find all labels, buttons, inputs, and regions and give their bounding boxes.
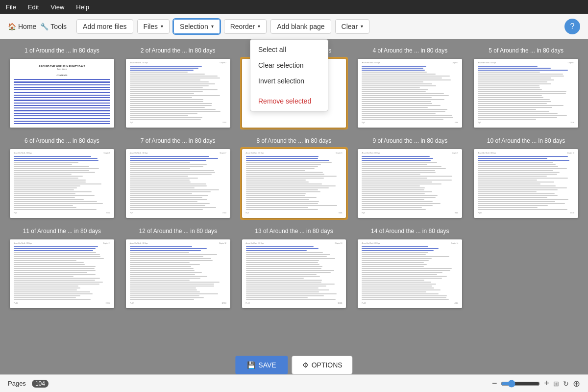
thumb-wrapper: Around the World - 80 DaysChapter 7Pg 77… xyxy=(124,147,232,220)
page-label: 11 of Around the ... in 80 days xyxy=(23,228,101,235)
page-label: 4 of Around the ... in 80 days xyxy=(372,47,447,54)
menu-file[interactable]: File xyxy=(4,2,18,12)
page-label: 7 of Around the ... in 80 days xyxy=(141,137,216,144)
save-label: SAVE xyxy=(258,361,276,369)
home-icon: 🏠 xyxy=(8,23,16,30)
tools-icon: 🔧 xyxy=(40,23,49,30)
page-label: 5 of Around the ... in 80 days xyxy=(489,47,564,54)
page-thumb-12[interactable]: 12 of Around the ... in 80 daysAround th… xyxy=(124,228,232,310)
zoom-slider[interactable] xyxy=(501,380,540,388)
selection-dropdown: Select all Clear selection Invert select… xyxy=(250,39,328,111)
add-blank-page-label: Add blank page xyxy=(277,23,324,30)
thumb-inner: Around the World - 80 DaysChapter 13Pg 1… xyxy=(242,239,346,308)
zoom-out-button[interactable]: − xyxy=(492,378,497,389)
add-button[interactable]: ⊕ xyxy=(573,378,580,389)
tools-button[interactable]: 🔧 Tools xyxy=(40,23,67,30)
thumb-wrapper: Around the World - 80 DaysChapter 13Pg 1… xyxy=(240,237,348,310)
thumb-inner: Around the World - 80 DaysChapter 5Pg 55… xyxy=(474,59,578,128)
thumb-inner: Around the World - 80 DaysChapter 6Pg 66… xyxy=(10,149,114,218)
page-label: 10 of Around the ... in 80 days xyxy=(487,137,565,144)
page-label: 2 of Around the ... in 80 days xyxy=(141,47,216,54)
help-icon: ? xyxy=(570,22,575,31)
thumb-inner: Around the World - 80 DaysChapter 7Pg 77… xyxy=(126,149,230,218)
files-label: Files xyxy=(144,23,158,30)
home-label: Home xyxy=(18,23,36,30)
thumb-inner: Around the World - 80 DaysChapter 4Pg 44… xyxy=(358,59,462,128)
thumb-wrapper: Around the World - 80 DaysChapter 4Pg 44… xyxy=(356,57,464,130)
files-button[interactable]: Files ▾ xyxy=(137,19,170,34)
zoom-in-button[interactable]: + xyxy=(544,378,549,389)
status-bar: Pages 104 − + ⊞ ↻ ⊕ xyxy=(0,374,588,392)
page-thumb-13[interactable]: 13 of Around the ... in 80 daysAround th… xyxy=(240,228,348,310)
page-label: 1 of Around the ... in 80 days xyxy=(24,47,99,54)
thumb-wrapper: Around the World - 80 DaysChapter 12Pg 1… xyxy=(124,237,232,310)
clear-button[interactable]: Clear ▾ xyxy=(335,19,369,34)
selection-button[interactable]: Selection ▾ xyxy=(173,19,220,34)
dropdown-divider xyxy=(250,91,328,91)
fit-page-button[interactable]: ⊞ xyxy=(553,380,559,388)
options-icon: ⚙ xyxy=(302,361,309,369)
thumb-wrapper: Around the World - 80 DaysChapter 14Pg 1… xyxy=(356,237,464,310)
menu-view[interactable]: View xyxy=(49,2,66,12)
thumb-wrapper: Around the World - 80 DaysChapter 5Pg 55… xyxy=(472,57,580,130)
zoom-controls: − + ⊞ ↻ ⊕ xyxy=(492,378,580,389)
page-thumb-1[interactable]: 1 of Around the ... in 80 daysAROUND THE… xyxy=(8,47,116,130)
tools-label: Tools xyxy=(50,23,67,30)
thumb-wrapper: Around the World - 80 DaysChapter 9Pg 99… xyxy=(356,147,464,220)
page-thumb-2[interactable]: 2 of Around the ... in 80 daysAround the… xyxy=(124,47,232,130)
page-label: 12 of Around the ... in 80 days xyxy=(139,228,217,235)
thumb-inner: Around the World - 80 DaysChapter 10Pg 1… xyxy=(474,149,578,218)
files-chevron-icon: ▾ xyxy=(161,24,163,29)
save-button[interactable]: 💾 SAVE xyxy=(235,356,288,374)
options-label: OPTIONS xyxy=(312,361,343,369)
thumb-wrapper: Around the World - 80 DaysChapter 2Pg 22… xyxy=(124,57,232,130)
menu-edit[interactable]: Edit xyxy=(26,2,41,12)
page-thumb-4[interactable]: 4 of Around the ... in 80 daysAround the… xyxy=(356,47,464,130)
page-label: 13 of Around the ... in 80 days xyxy=(255,228,333,235)
options-button[interactable]: ⚙ OPTIONS xyxy=(292,356,353,374)
rotate-button[interactable]: ↻ xyxy=(563,380,569,388)
reorder-button[interactable]: Reorder ▾ xyxy=(224,19,267,34)
page-thumb-9[interactable]: 9 of Around the ... in 80 daysAround the… xyxy=(356,137,464,220)
add-files-button[interactable]: Add more files xyxy=(76,19,133,34)
toolbar: 🏠 Home 🔧 Tools Add more files Files ▾ Se… xyxy=(0,14,588,39)
save-icon: 💾 xyxy=(247,361,255,369)
add-files-label: Add more files xyxy=(83,23,126,30)
select-all-item[interactable]: Select all xyxy=(250,42,328,57)
add-blank-page-button[interactable]: Add blank page xyxy=(270,19,331,34)
pages-label: Pages xyxy=(8,380,26,387)
page-thumb-7[interactable]: 7 of Around the ... in 80 daysAround the… xyxy=(124,137,232,220)
thumb-inner: AROUND THE WORLD IN EIGHTY DAYSJules Ver… xyxy=(10,59,114,128)
thumb-wrapper: Around the World - 80 DaysChapter 10Pg 1… xyxy=(472,147,580,220)
pages-count-badge: 104 xyxy=(32,380,49,388)
page-thumb-8[interactable]: 8 of Around the ... in 80 daysAround the… xyxy=(240,137,348,220)
menu-help[interactable]: Help xyxy=(74,2,91,12)
menu-bar: File Edit View Help xyxy=(0,0,588,14)
thumb-inner: Around the World - 80 DaysChapter 11Pg 1… xyxy=(10,239,114,308)
thumb-inner: Around the World - 80 DaysChapter 8Pg 88… xyxy=(242,149,346,218)
thumb-inner: Around the World - 80 DaysChapter 2Pg 22… xyxy=(126,59,230,128)
invert-selection-item[interactable]: Invert selection xyxy=(250,73,328,89)
home-button[interactable]: 🏠 Home xyxy=(8,23,36,30)
page-thumb-10[interactable]: 10 of Around the ... in 80 daysAround th… xyxy=(472,137,580,220)
remove-selected-item[interactable]: Remove selected xyxy=(250,93,328,109)
page-label: 9 of Around the ... in 80 days xyxy=(372,137,447,144)
page-thumb-5[interactable]: 5 of Around the ... in 80 daysAround the… xyxy=(472,47,580,130)
clear-selection-item[interactable]: Clear selection xyxy=(250,57,328,73)
selection-chevron-icon: ▾ xyxy=(211,24,214,29)
thumb-wrapper: Around the World - 80 DaysChapter 11Pg 1… xyxy=(8,237,116,310)
thumb-wrapper: Around the World - 80 DaysChapter 6Pg 66… xyxy=(8,147,116,220)
page-thumb-11[interactable]: 11 of Around the ... in 80 daysAround th… xyxy=(8,228,116,310)
help-button[interactable]: ? xyxy=(564,19,580,34)
page-thumb-14[interactable]: 14 of Around the ... in 80 daysAround th… xyxy=(356,228,464,310)
page-label: 14 of Around the ... in 80 days xyxy=(371,228,449,235)
action-bar: 💾 SAVE ⚙ OPTIONS xyxy=(235,356,352,374)
thumb-inner: Around the World - 80 DaysChapter 14Pg 1… xyxy=(358,239,462,308)
thumb-inner: Around the World - 80 DaysChapter 12Pg 1… xyxy=(126,239,230,308)
thumb-wrapper: AROUND THE WORLD IN EIGHTY DAYSJules Ver… xyxy=(8,57,116,130)
clear-label: Clear xyxy=(342,23,358,30)
reorder-label: Reorder xyxy=(230,23,255,30)
page-thumb-6[interactable]: 6 of Around the ... in 80 daysAround the… xyxy=(8,137,116,220)
page-label: 6 of Around the ... in 80 days xyxy=(24,137,99,144)
page-label: 8 of Around the ... in 80 days xyxy=(257,137,332,144)
